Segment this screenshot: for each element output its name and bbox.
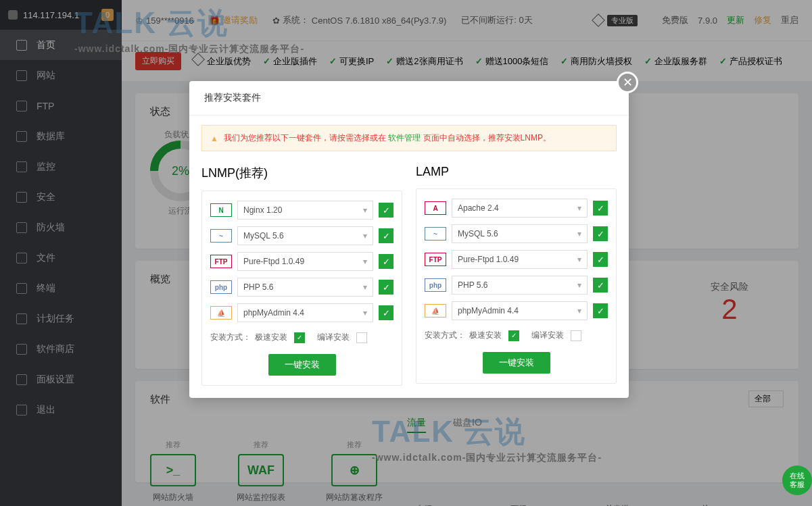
pkg-icon: FTP	[425, 253, 446, 266]
checkbox-icon[interactable]: ✓	[379, 203, 393, 218]
package-row: FTPPure-Ftpd 1.0.49✓	[210, 252, 393, 271]
version-select[interactable]: PHP 5.6	[452, 276, 588, 295]
compile-install[interactable]: 编译安装	[531, 330, 564, 341]
install-modal: ✕ 推荐安装套件 ▲ 我们为您推荐以下一键套件，请按需选择或在 软件管理 页面中…	[189, 81, 629, 398]
lnmp-heading: LNMP(推荐)	[201, 165, 402, 181]
checkbox-icon[interactable]: ✓	[593, 226, 608, 241]
pkg-icon: ~	[425, 227, 446, 241]
pkg-icon: A	[425, 201, 446, 215]
package-row: FTPPure-Ftpd 1.0.49✓	[425, 250, 608, 269]
install-button[interactable]: 一键安装	[483, 352, 550, 374]
pkg-icon: php	[210, 280, 232, 294]
package-row: AApache 2.4✓	[425, 199, 608, 218]
warning-icon: ▲	[210, 134, 218, 143]
pkg-icon: php	[425, 278, 446, 292]
close-icon[interactable]: ✕	[617, 72, 638, 93]
package-row: phpPHP 5.6✓	[210, 278, 393, 297]
fast-install[interactable]: 极速安装	[255, 332, 287, 343]
checkbox-icon[interactable]: ✓	[379, 254, 393, 269]
lamp-col: LAMP AApache 2.4✓~MySQL 5.6✓FTPPure-Ftpd…	[416, 161, 617, 386]
install-mode-row: 安装方式：极速安装✓编译安装	[425, 330, 608, 341]
version-select[interactable]: MySQL 5.6	[452, 224, 588, 243]
package-row: ~MySQL 5.6✓	[425, 224, 608, 243]
checkbox-empty[interactable]	[356, 332, 367, 343]
checkbox-icon[interactable]: ✓	[379, 305, 393, 320]
modal-title: 推荐安装套件	[189, 81, 629, 116]
package-row: ⛵phpMyAdmin 4.4✓	[210, 303, 393, 322]
version-select[interactable]: phpMyAdmin 4.4	[237, 303, 373, 322]
pkg-icon: ⛵	[210, 306, 232, 320]
pkg-icon: FTP	[210, 255, 232, 268]
install-mode-row: 安装方式：极速安装✓编译安装	[210, 332, 393, 343]
version-select[interactable]: phpMyAdmin 4.4	[452, 301, 588, 320]
compile-install[interactable]: 编译安装	[317, 332, 350, 343]
pkg-icon: ⛵	[425, 304, 446, 318]
package-row: NNginx 1.20✓	[210, 201, 393, 220]
version-select[interactable]: MySQL 5.6	[237, 226, 373, 245]
version-select[interactable]: Pure-Ftpd 1.0.49	[237, 252, 373, 271]
lnmp-col: LNMP(推荐) NNginx 1.20✓~MySQL 5.6✓FTPPure-…	[201, 161, 402, 386]
online-service-button[interactable]: 在线 客服	[782, 465, 812, 495]
warn-bar: ▲ 我们为您推荐以下一键套件，请按需选择或在 软件管理 页面中自动选择，推荐安装…	[201, 125, 617, 151]
checkbox-icon[interactable]: ✓	[593, 201, 608, 216]
checkbox-icon[interactable]: ✓	[379, 280, 393, 295]
pkg-icon: N	[210, 203, 232, 217]
checkbox-icon[interactable]: ✓	[593, 252, 608, 267]
package-row: ~MySQL 5.6✓	[210, 226, 393, 245]
checkbox-checked[interactable]: ✓	[294, 332, 305, 343]
version-select[interactable]: Pure-Ftpd 1.0.49	[452, 250, 588, 269]
fast-install[interactable]: 极速安装	[469, 330, 502, 341]
package-row: phpPHP 5.6✓	[425, 276, 608, 295]
lamp-heading: LAMP	[416, 165, 617, 179]
checkbox-empty[interactable]	[571, 330, 581, 341]
install-button[interactable]: 一键安装	[268, 354, 336, 376]
checkbox-icon[interactable]: ✓	[593, 278, 608, 293]
pkg-icon: ~	[210, 229, 232, 243]
version-select[interactable]: Apache 2.4	[452, 199, 588, 218]
version-select[interactable]: PHP 5.6	[237, 278, 373, 297]
checkbox-icon[interactable]: ✓	[593, 303, 608, 318]
package-row: ⛵phpMyAdmin 4.4✓	[425, 301, 608, 320]
checkbox-checked[interactable]: ✓	[508, 330, 519, 341]
version-select[interactable]: Nginx 1.20	[237, 201, 373, 220]
checkbox-icon[interactable]: ✓	[379, 228, 393, 243]
